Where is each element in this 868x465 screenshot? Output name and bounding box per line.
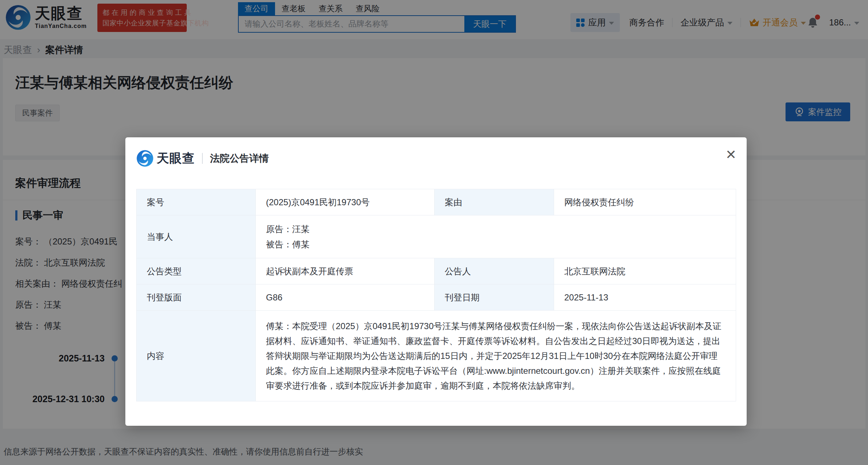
table-row: 案号 (2025)京0491民初19730号 案由 网络侵权责任纠纷 [137, 189, 736, 215]
cell-label-cause: 案由 [435, 189, 554, 215]
announcement-table: 案号 (2025)京0491民初19730号 案由 网络侵权责任纠纷 当事人 原… [136, 189, 736, 401]
table-row: 内容 傅某：本院受理（2025）京0491民初19730号汪某与傅某网络侵权责任… [137, 311, 736, 401]
cell-label-announcement-type: 公告类型 [137, 258, 256, 284]
cell-label-parties: 当事人 [137, 215, 256, 258]
modal-brand-name: 天眼查 [157, 150, 195, 167]
cell-label-content: 内容 [137, 311, 256, 401]
cell-label-publish-date: 刊登日期 [435, 284, 554, 311]
cell-value-cause: 网络侵权责任纠纷 [554, 189, 736, 215]
close-icon[interactable]: ✕ [726, 148, 736, 161]
tianyancha-swirl-icon [136, 150, 154, 167]
cell-value-page: G86 [256, 284, 435, 311]
plaintiff-line: 原告：汪某 [266, 222, 731, 237]
cell-value-case-number: (2025)京0491民初19730号 [256, 189, 435, 215]
table-row: 刊登版面 G86 刊登日期 2025-11-13 [137, 284, 736, 311]
table-row: 公告类型 起诉状副本及开庭传票 公告人 北京互联网法院 [137, 258, 736, 284]
defendant-line: 被告：傅某 [266, 237, 731, 252]
table-row: 当事人 原告：汪某 被告：傅某 [137, 215, 736, 258]
cell-label-case-number: 案号 [137, 189, 256, 215]
modal-title: 法院公告详情 [210, 152, 269, 165]
cell-value-publish-date: 2025-11-13 [554, 284, 736, 311]
cell-label-announcer: 公告人 [435, 258, 554, 284]
cell-label-page: 刊登版面 [137, 284, 256, 311]
modal-header: 天眼查 法院公告详情 [136, 150, 269, 167]
court-announcement-modal: 天眼查 法院公告详情 ✕ 案号 (2025)京0491民初19730号 案由 网… [125, 137, 747, 426]
cell-value-content: 傅某：本院受理（2025）京0491民初19730号汪某与傅某网络侵权责任纠纷一… [256, 311, 736, 401]
cell-value-announcer: 北京互联网法院 [554, 258, 736, 284]
cell-value-announcement-type: 起诉状副本及开庭传票 [256, 258, 435, 284]
divider [202, 153, 203, 164]
cell-value-parties: 原告：汪某 被告：傅某 [256, 215, 736, 258]
